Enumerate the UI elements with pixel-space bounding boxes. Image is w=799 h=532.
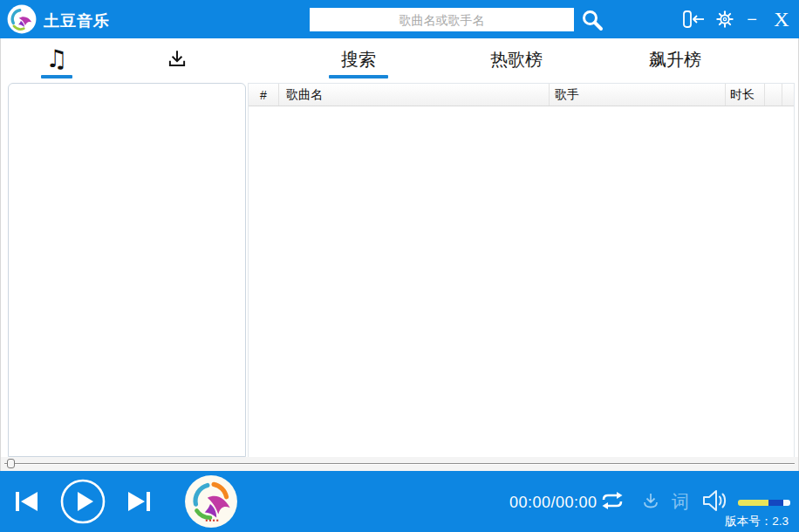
volume-track [768, 500, 783, 506]
tab-hot-label: 热歌榜 [490, 48, 543, 72]
column-header-stub [765, 84, 782, 106]
playlist-panel [8, 83, 246, 457]
minimize-button[interactable]: − [741, 0, 762, 38]
music-note-icon: ♫ [45, 47, 67, 72]
download-icon [166, 48, 188, 71]
tab-hot-songs[interactable]: 热歌榜 [489, 38, 543, 80]
column-header-index[interactable]: # [249, 84, 279, 106]
play-icon[interactable] [59, 478, 106, 525]
tab-rising-chart[interactable]: 飙升榜 [648, 38, 702, 80]
song-list-panel: # 歌曲名 歌手 时长 [248, 83, 795, 457]
song-table-header: # 歌曲名 歌手 时长 [249, 84, 794, 106]
repeat-icon[interactable] [598, 489, 628, 512]
search-input[interactable] [310, 8, 574, 31]
seek-handle[interactable] [7, 459, 15, 468]
tab-search-label: 搜索 [341, 48, 376, 72]
login-icon[interactable] [680, 0, 708, 38]
app-window: 土豆音乐 [0, 0, 799, 532]
tab-local-music[interactable]: ♫ [41, 38, 72, 80]
gear-icon[interactable] [712, 0, 738, 38]
active-underline [329, 75, 388, 78]
time-display: 00:00/00:00 [509, 494, 598, 512]
active-underline [41, 75, 72, 78]
close-button[interactable]: X [769, 0, 794, 38]
main-area: # 歌曲名 歌手 时长 [1, 80, 798, 457]
column-header-artist[interactable]: 歌手 [550, 84, 726, 106]
column-header-filler [782, 84, 794, 106]
volume-slider[interactable] [738, 500, 790, 506]
search-icon[interactable] [581, 8, 607, 31]
version-label: 版本号：2.3 [725, 514, 789, 529]
search-box [310, 8, 574, 31]
lyrics-icon[interactable]: 词 [668, 490, 693, 513]
title-bar: 土豆音乐 [0, 0, 799, 38]
seek-bar[interactable] [1, 457, 798, 471]
player-bar: 00:00/00:00 词 [0, 471, 799, 532]
song-download-icon[interactable] [640, 491, 663, 512]
next-track-icon[interactable] [126, 488, 154, 515]
volume-fill [738, 500, 768, 506]
column-header-duration[interactable]: 时长 [726, 84, 765, 106]
tab-bar: ♫ 搜索 热歌榜 飙升榜 [1, 38, 798, 80]
tab-downloads[interactable] [161, 38, 193, 80]
tab-search[interactable]: 搜索 [329, 38, 388, 80]
volume-icon[interactable] [701, 487, 733, 515]
column-header-song[interactable]: 歌曲名 [279, 84, 550, 106]
previous-track-icon[interactable] [14, 488, 42, 515]
seek-groove[interactable] [4, 463, 795, 465]
volume-handle[interactable] [783, 500, 790, 506]
album-art[interactable] [184, 474, 238, 529]
app-title: 土豆音乐 [44, 10, 110, 31]
tab-rising-label: 飙升榜 [649, 48, 701, 72]
app-logo-icon [7, 4, 37, 34]
